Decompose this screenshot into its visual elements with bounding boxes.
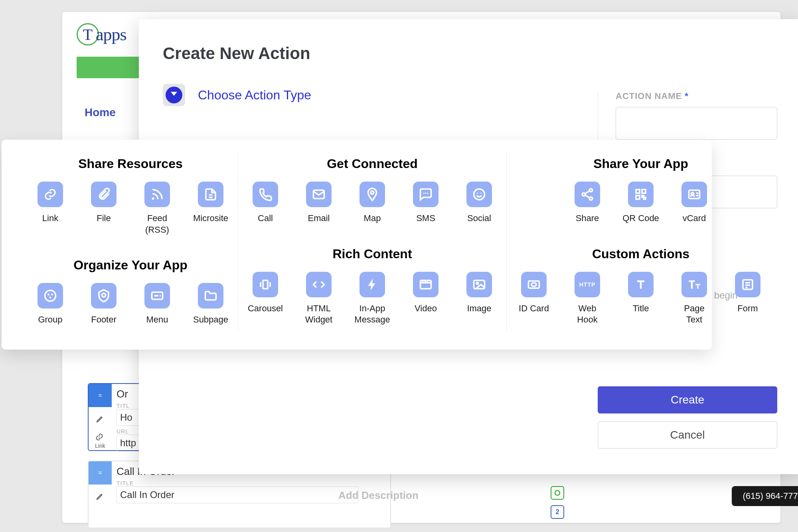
edit-icon: [96, 414, 105, 425]
add-description-placeholder: Add Description: [338, 489, 419, 502]
heading-rich-content: Rich Content: [246, 247, 498, 261]
tile-label: Share: [576, 213, 599, 224]
badge-duplicate: 2: [551, 505, 564, 519]
tile-map[interactable]: Map: [353, 182, 391, 224]
heading-custom-actions: Custom Actions: [515, 247, 767, 261]
svg-rect-25: [642, 190, 646, 193]
heading-organize-your-app: Organize Your App: [31, 258, 230, 273]
svg-point-0: [555, 490, 560, 495]
bolt-icon: [359, 272, 385, 297]
code-icon: [306, 272, 332, 297]
svg-point-3: [47, 294, 49, 296]
shield-icon: [91, 283, 117, 309]
tile-label: Microsite: [193, 213, 228, 224]
tile-group[interactable]: Group: [31, 283, 69, 326]
tile-label: Link: [42, 213, 58, 224]
folder-icon: [198, 283, 223, 309]
tile-label: ID Card: [519, 303, 549, 314]
choose-action-type-label: Choose Action Type: [198, 88, 311, 103]
drag-handle-icon: =: [89, 461, 112, 485]
link-icon: [38, 182, 63, 207]
svg-point-5: [49, 297, 51, 299]
green-button-bg: [77, 57, 148, 78]
tile-label: Footer: [91, 314, 117, 326]
svg-point-14: [474, 189, 485, 200]
mail-icon: [306, 182, 332, 207]
tile-social[interactable]: Social: [460, 182, 498, 224]
tile-idcard[interactable]: ID Card: [515, 272, 553, 326]
tile-image[interactable]: Image: [460, 272, 498, 326]
svg-point-13: [427, 193, 428, 194]
svg-point-8: [160, 295, 161, 297]
tile-sms[interactable]: SMS: [407, 182, 445, 224]
group-icon: [38, 283, 63, 309]
create-button[interactable]: Create: [598, 386, 777, 413]
action-type-picker: Share Resources Link File Feed (RSS) Mic…: [2, 140, 712, 350]
tile-webhook[interactable]: HTTP Web Hook: [568, 272, 606, 326]
picker-col-2: Get Connected Call Email Map SMS: [238, 152, 506, 330]
logo-text: apps: [96, 24, 126, 45]
modal-title: Create New Action: [163, 44, 777, 63]
image-icon: [466, 272, 492, 297]
tile-html-widget[interactable]: HTML Widget: [300, 272, 338, 326]
picker-col-3: Share Your App Share QR Code vCard Custo…: [506, 152, 775, 330]
tile-call[interactable]: Call: [246, 182, 284, 224]
tile-link[interactable]: Link: [31, 182, 69, 235]
tile-label: Subpage: [193, 314, 228, 326]
tile-label: vCard: [683, 213, 706, 224]
svg-point-10: [371, 191, 374, 194]
tile-inapp-message[interactable]: In-App Message: [353, 272, 391, 326]
tile-label: HTML Widget: [300, 303, 338, 326]
tile-title[interactable]: Title: [622, 272, 660, 326]
tile-label: Group: [38, 314, 62, 326]
tile-label: Video: [415, 303, 437, 314]
tile-file[interactable]: File: [85, 182, 123, 235]
tile-share[interactable]: Share: [568, 182, 606, 224]
tile-microsite[interactable]: Microsite: [192, 182, 230, 235]
svg-point-6: [102, 293, 106, 297]
cancel-button[interactable]: Cancel: [598, 421, 777, 449]
tile-label: Carousel: [248, 303, 283, 314]
svg-rect-17: [263, 280, 268, 289]
phone-icon: [253, 182, 278, 207]
tile-vcard[interactable]: vCard: [675, 182, 713, 224]
tile-label: Web Hook: [568, 303, 606, 326]
action-name-input[interactable]: [616, 107, 777, 140]
svg-point-32: [531, 283, 536, 286]
share-icon: [575, 182, 600, 207]
document-icon: [198, 182, 223, 207]
id-card-icon: [521, 272, 547, 297]
title-icon: [628, 272, 654, 297]
tile-qrcode[interactable]: QR Code: [622, 182, 660, 224]
paperclip-icon: [91, 182, 117, 207]
http-icon: HTTP: [575, 272, 600, 297]
tile-pagetext[interactable]: Page Text: [675, 272, 713, 326]
chat-icon: [413, 182, 439, 207]
tile-feed[interactable]: Feed (RSS): [138, 182, 176, 235]
tile-email[interactable]: Email: [300, 182, 338, 224]
svg-rect-28: [644, 198, 646, 200]
tile-label: QR Code: [622, 213, 659, 224]
action-type-pin-icon: [163, 84, 185, 106]
bg-card2-title-val: Call In Order: [117, 487, 359, 503]
tile-menu[interactable]: Menu: [138, 283, 176, 326]
text-size-icon: [681, 272, 707, 297]
smile-icon: [466, 182, 492, 207]
tile-subpage[interactable]: Subpage: [192, 283, 230, 326]
drag-handle-icon: =: [89, 384, 112, 407]
tile-label: Title: [633, 303, 649, 314]
tile-label: Page Text: [675, 303, 713, 326]
contact-card-icon: [681, 182, 707, 207]
tile-footer[interactable]: Footer: [85, 283, 123, 326]
tile-carousel[interactable]: Carousel: [246, 272, 284, 326]
tile-label: Call: [258, 213, 273, 224]
tile-label: Form: [737, 303, 758, 314]
tile-form[interactable]: Form: [729, 272, 767, 326]
tile-video[interactable]: Video: [407, 272, 445, 326]
rss-icon: [144, 182, 170, 207]
tile-label: Map: [364, 213, 381, 224]
carousel-icon: [253, 272, 278, 297]
tile-label: Social: [467, 213, 491, 224]
tile-label: Image: [467, 303, 491, 314]
svg-rect-26: [636, 196, 640, 199]
